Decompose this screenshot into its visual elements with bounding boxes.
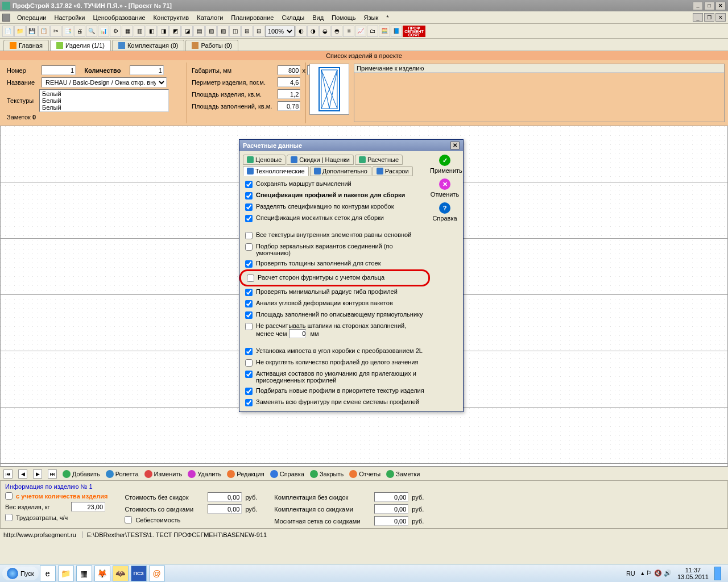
number-input[interactable]: [42, 65, 76, 75]
tool-btn[interactable]: ✂: [50, 26, 61, 37]
menu-item[interactable]: Каталоги: [193, 13, 226, 22]
brand-logo[interactable]: ПРОФ СЕГМЕНТ СОФТ: [403, 26, 425, 37]
tool-btn[interactable]: 📈: [355, 26, 366, 37]
tool-btn[interactable]: ◐: [295, 26, 307, 37]
tool-btn[interactable]: 💾: [26, 26, 38, 37]
dialog-checkbox[interactable]: [245, 289, 253, 296]
tool-btn[interactable]: ⚙: [110, 26, 121, 37]
menu-item[interactable]: Склады: [278, 13, 308, 22]
minimize-button[interactable]: _: [693, 2, 703, 10]
tool-btn[interactable]: ◓: [331, 26, 342, 37]
dialog-titlebar[interactable]: Расчетные данные ✕: [239, 140, 463, 151]
mosq-input[interactable]: [374, 516, 408, 526]
first-button[interactable]: ⏮: [3, 469, 13, 479]
cancel-button[interactable]: ✕Отменить: [430, 178, 460, 198]
menu-item[interactable]: Конструктив: [150, 13, 193, 22]
qty-input[interactable]: [130, 65, 164, 75]
cost-no-disc-input[interactable]: [208, 492, 242, 502]
tool-btn[interactable]: 🖨: [74, 26, 85, 37]
tab-main[interactable]: Главная: [3, 40, 49, 51]
labor-checkbox[interactable]: [5, 514, 13, 521]
tab-works[interactable]: Работы (0): [185, 40, 238, 51]
maximize-button[interactable]: □: [704, 2, 714, 10]
weight-input[interactable]: [71, 502, 105, 512]
tool-btn[interactable]: 🔍: [86, 26, 97, 37]
dialog-checkbox[interactable]: [245, 348, 253, 355]
selfcost-checkbox[interactable]: [125, 516, 132, 523]
dialog-tab-tech[interactable]: Технологические: [243, 166, 309, 176]
tool-btn[interactable]: ◒: [319, 26, 330, 37]
dialog-tab-discounts[interactable]: Скидки | Наценки: [287, 155, 354, 165]
tool-btn[interactable]: ▨: [205, 26, 217, 37]
tool-btn[interactable]: ◫: [229, 26, 241, 37]
tool-btn[interactable]: ◧: [146, 26, 157, 37]
tool-btn[interactable]: 📑: [62, 26, 73, 37]
width-input[interactable]: [278, 65, 300, 75]
tool-btn[interactable]: 🧮: [379, 26, 390, 37]
tray-icons[interactable]: ▴ 🏳 🔇 🔊: [641, 569, 672, 577]
apply-button[interactable]: ✓Применить: [430, 155, 460, 174]
dialog-checkbox[interactable]: [245, 215, 253, 222]
dialog-tab-prices[interactable]: Ценовые: [243, 155, 286, 165]
menu-item[interactable]: Операции: [14, 13, 49, 22]
tool-btn[interactable]: ▦: [122, 26, 133, 37]
dialog-checkbox[interactable]: [245, 232, 253, 239]
tool-btn[interactable]: ▧: [217, 26, 229, 37]
dialog-checkbox[interactable]: [245, 399, 253, 406]
dialog-checkbox[interactable]: [245, 300, 253, 307]
taskbar-bat-icon[interactable]: 🦇: [113, 566, 129, 581]
fill-area-input[interactable]: [278, 101, 300, 111]
dialog-close-button[interactable]: ✕: [450, 142, 460, 149]
menu-item[interactable]: *: [383, 13, 392, 22]
roletta-button[interactable]: Ролетта: [106, 470, 139, 478]
dialog-checkbox[interactable]: [245, 371, 253, 378]
tool-btn[interactable]: 🗂: [367, 26, 378, 37]
tool-btn[interactable]: 📊: [98, 26, 109, 37]
menu-item[interactable]: Настройки: [51, 13, 88, 22]
tab-complectation[interactable]: Комплектация (0): [112, 40, 184, 51]
delete-button[interactable]: Удалить: [188, 470, 221, 478]
area-input[interactable]: [278, 89, 300, 99]
menu-item[interactable]: Язык: [361, 13, 382, 22]
tool-btn[interactable]: 📘: [391, 26, 402, 37]
reports-button[interactable]: Отчеты: [349, 470, 380, 478]
dialog-checkbox[interactable]: [245, 260, 253, 268]
tool-btn[interactable]: 📁: [14, 26, 26, 37]
tool-btn[interactable]: ▤: [193, 26, 205, 37]
with-qty-checkbox[interactable]: [5, 492, 13, 500]
tool-btn[interactable]: 📋: [38, 26, 49, 37]
compl-no-input[interactable]: [374, 492, 408, 502]
dialog-checkbox[interactable]: [245, 359, 253, 367]
dialog-tab-calc[interactable]: Расчетные: [355, 155, 403, 165]
tool-btn[interactable]: ⚛: [343, 26, 354, 37]
prev-button[interactable]: ◀: [18, 469, 27, 479]
dialog-checkbox[interactable]: [245, 203, 253, 211]
tool-btn[interactable]: ⊞: [241, 26, 253, 37]
tool-btn[interactable]: ◨: [158, 26, 169, 37]
taskbar-ps3-icon[interactable]: ПС3: [131, 566, 147, 581]
edit-button[interactable]: Изменить: [144, 470, 183, 478]
help-button[interactable]: Справка: [270, 470, 304, 478]
show-desktop[interactable]: [714, 567, 721, 580]
menu-item[interactable]: Ценообразование: [89, 13, 148, 22]
taskbar-firefox-icon[interactable]: 🦊: [94, 566, 110, 581]
tray-language[interactable]: RU: [626, 570, 635, 577]
notes-button[interactable]: Заметки: [386, 470, 420, 478]
mdi-close[interactable]: ✕: [715, 13, 726, 22]
zoom-select[interactable]: 100%: [265, 26, 295, 37]
taskbar-explorer-icon[interactable]: 📁: [58, 566, 74, 581]
cost-disc-input[interactable]: [208, 504, 242, 514]
name-select[interactable]: REHAU / Basic-Design / Окна откр. внутрь: [42, 77, 167, 88]
close-button[interactable]: ✕: [715, 2, 726, 10]
add-button[interactable]: Добавить: [63, 470, 100, 478]
tool-btn[interactable]: ◪: [181, 26, 193, 37]
taskbar-ie-icon[interactable]: e: [40, 566, 56, 581]
mdi-minimize[interactable]: _: [693, 13, 703, 22]
revision-button[interactable]: Редакция: [227, 470, 264, 478]
tool-btn[interactable]: ◑: [307, 26, 318, 37]
mdi-restore[interactable]: ❐: [704, 13, 714, 22]
start-button[interactable]: Пуск: [2, 567, 39, 580]
dialog-tab-cutting[interactable]: Раскрои: [373, 166, 413, 176]
tool-btn[interactable]: ▥: [134, 26, 145, 37]
menu-item[interactable]: Планирование: [228, 13, 277, 22]
